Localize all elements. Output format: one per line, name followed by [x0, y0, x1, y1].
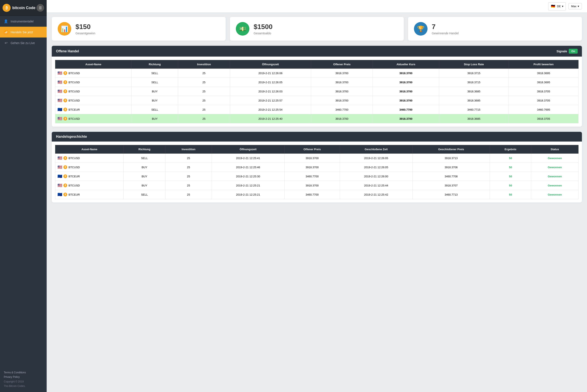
hg-cell-oeffnungszeit: 2019-2-21 12:25:41: [212, 154, 284, 163]
copyright-text: Copyright © 2019: [4, 380, 24, 383]
col-richtung: Richtung: [131, 60, 178, 69]
table-cell-oeffnungszeit: 2019-2-21 12:25:57: [230, 96, 311, 105]
gesamtsaldo-value: $1500: [254, 23, 272, 31]
hg-cell-ergebnis: 50: [490, 190, 531, 199]
hg-cell-status: Gewonnen: [531, 163, 578, 172]
sidebar: bitcoin Code ☰ 👤 Instrumententafel 📶 Han…: [0, 0, 47, 392]
gesamtgewinn-value: $150: [76, 23, 95, 31]
hg-cell-geschlossene-zeit: 2019-2-21 12:25:42: [340, 190, 413, 199]
table-cell-direction: BUY: [131, 114, 178, 123]
table-row: 🇺🇸 ₿ BTCUSD SELL 25 2019-2-21 12:26:05 3…: [55, 78, 578, 87]
hg-col-ergebnis: Ergebnis: [490, 145, 531, 154]
sidebar-item-instrumententafel[interactable]: 👤 Instrumententafel: [0, 16, 47, 27]
gesamtsaldo-label: Gesamtsaldo: [254, 32, 272, 35]
col-asset-name: Asset-Name: [55, 60, 131, 69]
hg-cell-offener-preis: 3918.3700: [284, 163, 340, 172]
hg-cell-geschlossener-preis: 3918.3706: [412, 163, 490, 172]
signal-status[interactable]: On: [569, 49, 578, 54]
back-icon: ↩: [4, 41, 8, 45]
table-row: 🇺🇸 ₿ BTCUSD BUY 25 2019-2-21 12:26:03 39…: [55, 87, 578, 96]
main-content: 🇩🇪 DE ▾ Max ▾ 📊 $150 Gesamtgewinn 💵 $150…: [47, 0, 587, 392]
table-cell-aktueller-kurs: 3918.3700: [373, 114, 439, 123]
table-cell-direction: BUY: [131, 87, 178, 96]
table-cell-stop-loss: 3460.7715: [439, 105, 509, 114]
wifi-icon: 📶: [4, 30, 8, 34]
table-cell-asset: 🇪🇺 ₿ BTCEUR: [55, 172, 124, 181]
user-chevron-icon: ▾: [578, 5, 579, 8]
table-cell-investition: 25: [178, 114, 230, 123]
hg-cell-offener-preis: 3918.3700: [284, 181, 340, 190]
hg-cell-investition: 25: [165, 181, 212, 190]
hg-col-status: Status: [531, 145, 578, 154]
handelsgeschichte-header: Handelsgeschichte: [52, 132, 582, 142]
table-cell-oeffnungszeit: 2019-2-21 12:26:03: [230, 87, 311, 96]
hg-cell-direction: BUY: [124, 181, 165, 190]
hg-cell-status: Gewonnen: [531, 154, 578, 163]
col-oeffnungszeit: Öffnungszeit: [230, 60, 311, 69]
table-row: 🇺🇸 ₿ BTCUSD BUY 25 2019-2-21 12:25:57 39…: [55, 96, 578, 105]
user-button[interactable]: Max ▾: [568, 3, 582, 9]
offene-handel-title: Offene Handel: [56, 49, 79, 53]
gesamtgewinn-icon: 📊: [58, 22, 71, 36]
offene-handel-header-row: Asset-Name Richtung Investition Öffnungs…: [55, 60, 578, 69]
dashboard-icon: 👤: [4, 19, 8, 23]
signal-label: Signale: [556, 50, 567, 53]
signal-toggle: Signale On: [556, 49, 578, 54]
lang-chevron-icon: ▾: [562, 5, 563, 8]
hg-cell-offener-preis: 3460.7700: [284, 172, 340, 181]
hg-col-offener-preis: Offener Preis: [284, 145, 340, 154]
table-cell-direction: SELL: [131, 105, 178, 114]
sidebar-item-gehen-sie-zu-live[interactable]: ↩ Gehen Sie zu Live: [0, 38, 47, 48]
gewinnende-handel-info: 7 Gewinnende Handel: [432, 23, 459, 35]
handelsgeschichte-table: Asset-Name Richtung Investition Öffnungs…: [55, 145, 578, 199]
hg-cell-investition: 25: [165, 172, 212, 181]
table-cell-offener-preis: 3918.3700: [311, 69, 373, 78]
gewinnende-handel-value: 7: [432, 23, 459, 31]
offene-handel-table: Asset-Name Richtung Investition Öffnungs…: [55, 60, 578, 123]
offene-handel-panel: Offene Handel Signale On Asset-Name Rich…: [52, 46, 582, 127]
gesamtgewinn-info: $150 Gesamtgewinn: [76, 23, 95, 35]
table-row: 🇺🇸 ₿ BTCUSD SELL 25 2019-2-21 12:25:41 3…: [55, 154, 578, 163]
handelsgeschichte-title: Handelsgeschichte: [56, 135, 87, 138]
hg-cell-direction: BUY: [124, 163, 165, 172]
hg-cell-offener-preis: 3460.7700: [284, 190, 340, 199]
table-cell-investition: 25: [178, 96, 230, 105]
hamburger-button[interactable]: ☰: [37, 4, 44, 12]
hg-col-asset: Asset-Name: [55, 145, 124, 154]
hg-col-investition: Investition: [165, 145, 212, 154]
table-cell-oeffnungszeit: 2019-2-21 12:26:06: [230, 69, 311, 78]
hg-cell-ergebnis: 50: [490, 154, 531, 163]
table-cell-asset: 🇪🇺 ₿ BTCEUR: [55, 105, 131, 114]
table-row: 🇪🇺 ₿ BTCEUR SELL 25 2019-2-21 12:25:54 3…: [55, 105, 578, 114]
table-cell-profit: 3918.3695: [509, 69, 578, 78]
company-text: The-Bitcoin Codes.: [4, 384, 26, 388]
hg-cell-investition: 25: [165, 190, 212, 199]
table-cell-investition: 25: [178, 87, 230, 96]
hg-cell-direction: SELL: [124, 154, 165, 163]
table-cell-profit: 3460.7695: [509, 105, 578, 114]
terms-link[interactable]: Terms & Conditions: [4, 370, 43, 375]
hg-cell-geschlossene-zeit: 2019-2-21 12:26:05: [340, 163, 413, 172]
table-cell-offener-preis: 3918.3700: [311, 78, 373, 87]
privacy-link[interactable]: Privacy Policy: [4, 375, 43, 380]
hg-cell-geschlossener-preis: 3460.7708: [412, 172, 490, 181]
hg-cell-investition: 25: [165, 163, 212, 172]
table-cell-direction: SELL: [131, 69, 178, 78]
sidebar-item-live-label: Gehen Sie zu Live: [11, 41, 35, 45]
col-stop-loss: Stop Loss Rate: [439, 60, 509, 69]
table-cell-aktueller-kurs: 3918.3700: [373, 69, 439, 78]
hg-cell-oeffnungszeit: 2019-2-21 12:25:46: [212, 163, 284, 172]
logo-text: bitcoin Code: [12, 6, 36, 10]
col-offener-preis: Offener Preis: [311, 60, 373, 69]
hg-cell-geschlossene-zeit: 2019-2-21 12:25:44: [340, 181, 413, 190]
hg-cell-geschlossene-zeit: 2019-2-21 12:26:00: [340, 172, 413, 181]
sidebar-item-handeln-sie-jetzt[interactable]: 📶 Handeln Sie jetzt: [0, 27, 47, 38]
table-row: 🇪🇺 ₿ BTCEUR BUY 25 2019-2-21 12:25:30 34…: [55, 172, 578, 181]
table-cell-offener-preis: 3918.3700: [311, 87, 373, 96]
table-cell-asset: 🇺🇸 ₿ BTCUSD: [55, 181, 124, 190]
language-selector[interactable]: 🇩🇪 DE ▾: [548, 2, 566, 10]
table-cell-asset: 🇪🇺 ₿ BTCEUR: [55, 190, 124, 199]
handelsgeschichte-panel: Handelsgeschichte Asset-Name Richtung In…: [52, 132, 582, 202]
table-row: 🇺🇸 ₿ BTCUSD BUY 25 2019-2-21 12:25:46 39…: [55, 163, 578, 172]
table-cell-stop-loss: 3918.3685: [439, 114, 509, 123]
